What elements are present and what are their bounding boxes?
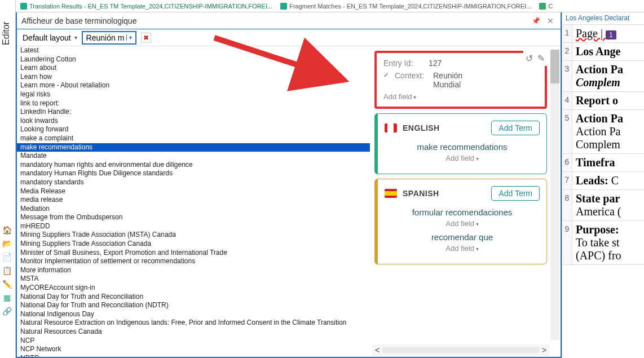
history-icon[interactable]: ↺ — [526, 53, 533, 64]
term-list-item[interactable]: legal risks — [17, 90, 370, 99]
search-input[interactable] — [20, 15, 528, 26]
term-english[interactable]: make recommendations — [385, 142, 540, 152]
context-value: Reunión Mundial — [433, 71, 484, 89]
search-row: 📌 ✕ — [17, 12, 561, 29]
term-list-item[interactable]: NDTR — [17, 354, 370, 357]
language-name: SPANISH — [403, 189, 439, 198]
add-term-button[interactable]: Add Term — [491, 186, 540, 201]
scroll-right-icon[interactable]: > — [539, 346, 549, 355]
segment-row[interactable]: 9Purpose:To take st(APC) fro — [562, 221, 644, 265]
document-panel: Los Angeles Declarat 1Page | 1 2Los Ange… — [562, 12, 644, 358]
term-spanish-1[interactable]: formular recomendaciones — [385, 207, 540, 217]
tab-icon — [280, 3, 287, 10]
term-list-item[interactable]: Latest — [17, 46, 370, 55]
top-tabs: Translation Results - EN_ES TM Template_… — [16, 0, 644, 12]
term-list[interactable]: LatestLaundering CottonLearn aboutLearn … — [17, 46, 370, 357]
term-list-item[interactable]: make a complaint — [17, 134, 370, 143]
segment-row[interactable]: 8State parAmerica ( — [562, 190, 644, 221]
tab-label: C — [548, 3, 553, 10]
term-list-item[interactable]: LinkedIn Handle: — [17, 108, 370, 117]
term-list-item[interactable]: mandatory standards — [17, 178, 370, 187]
horizontal-scrollbar[interactable]: < > — [372, 344, 549, 356]
entry-detail-pane: ↺ ✎ Entry Id: 127 ✓ Context: Reunión Mun… — [370, 46, 561, 357]
term-list-item[interactable]: media release — [17, 196, 370, 205]
segment-row[interactable]: 7Leads: C — [562, 172, 644, 190]
filter-box[interactable]: Reunión m▾ — [82, 31, 137, 45]
tab-label: Fragment Matches - EN_ES TM Template_202… — [289, 3, 531, 10]
segment-row[interactable]: 4Report o — [562, 92, 644, 110]
edit-icon[interactable]: ✎ — [537, 53, 545, 64]
entry-card: ↺ ✎ Entry Id: 127 ✓ Context: Reunión Mun… — [374, 51, 547, 109]
layout-row: Default layout Reunión m▾ ✖ — [17, 29, 561, 46]
entry-id-label: Entry Id: — [383, 59, 423, 68]
term-list-item[interactable]: Mining Suppliers Trade Association (MSTA… — [17, 231, 370, 240]
tab-fragment-matches[interactable]: Fragment Matches - EN_ES TM Template_202… — [277, 2, 535, 11]
term-list-item[interactable]: NCP — [17, 337, 370, 346]
vertical-scrollbar[interactable] — [550, 50, 559, 340]
add-field-link[interactable]: Add field — [385, 219, 540, 228]
term-list-item[interactable]: Monitor Implementation of settlement or … — [17, 257, 370, 266]
term-list-item[interactable]: mHREDD — [17, 222, 370, 231]
term-list-item[interactable]: Laundering Cotton — [17, 55, 370, 64]
context-label: Context: — [395, 71, 427, 89]
term-list-item[interactable]: Learn about — [17, 64, 370, 73]
term-list-item[interactable]: Natural Resource Extraction on Indigenou… — [17, 319, 370, 328]
term-list-item[interactable]: Natural Resources Canada — [17, 328, 370, 337]
term-list-item[interactable]: Learn how — [17, 73, 370, 82]
pencil-icon[interactable]: ✏️ — [2, 279, 12, 289]
term-list-item[interactable]: make recommendations — [17, 143, 370, 152]
term-list-item[interactable]: NCP Network — [17, 345, 370, 354]
term-list-item[interactable]: Mandate — [17, 152, 370, 161]
add-field-link[interactable]: Add field — [385, 244, 540, 253]
term-list-item[interactable]: mandatory human rights and environmental… — [17, 161, 370, 170]
segment-row[interactable]: 3Action PaComplem — [562, 61, 644, 92]
link-icon[interactable]: 🔗 — [2, 306, 12, 316]
term-list-item[interactable]: Minister of Small Business, Export Promo… — [17, 249, 370, 258]
language-card-spanish: SPANISH Add Term formular recomendacione… — [374, 179, 547, 264]
term-list-item[interactable]: Mediation — [17, 205, 370, 214]
tab-concordance[interactable]: C — [536, 2, 556, 11]
scroll-left-icon[interactable]: < — [372, 346, 382, 355]
term-list-item[interactable]: MSTA — [17, 275, 370, 284]
term-list-item[interactable]: Looking forward — [17, 125, 370, 134]
term-list-item[interactable]: National Day for Truth and Reconciliatio… — [17, 293, 370, 302]
term-list-item[interactable]: National Day for Truth and Reconciliatio… — [17, 301, 370, 310]
term-list-item[interactable]: look inwards — [17, 117, 370, 126]
add-term-button[interactable]: Add Term — [491, 121, 540, 135]
flag-spain-icon — [385, 189, 397, 198]
pin-icon[interactable]: 📌 — [528, 17, 544, 25]
document-icon[interactable]: 📄 — [2, 252, 12, 262]
termbase-viewer-panel: 📌 ✕ Default layout Reunión m▾ ✖ LatestLa… — [16, 12, 562, 358]
segment-row[interactable]: 5Action PaAction PaComplem — [562, 110, 644, 154]
folder-icon[interactable]: 📂 — [2, 238, 12, 249]
dropdown-icon[interactable]: ▾ — [126, 34, 132, 41]
term-list-item[interactable]: Mining Suppliers Trade Association Canad… — [17, 240, 370, 249]
check-icon: ✓ — [383, 71, 389, 89]
add-field-link[interactable]: Add field — [385, 154, 540, 162]
editor-label-text: Editor — [1, 21, 11, 45]
term-spanish-2[interactable]: recomendar que — [385, 232, 540, 242]
language-card-english: ENGLISH Add Term make recommendations Ad… — [374, 113, 547, 174]
term-list-item[interactable]: National Indigenous Day — [17, 310, 370, 319]
term-list-item[interactable]: More information — [17, 266, 370, 275]
term-list-item[interactable]: mandatory Human Rights Due Diligence sta… — [17, 169, 370, 178]
tab-translation-results[interactable]: Translation Results - EN_ES TM Template_… — [17, 2, 276, 11]
clear-filter-icon[interactable]: ✖ — [141, 33, 151, 43]
home-icon[interactable]: 🏠 — [2, 225, 12, 235]
term-list-item[interactable]: link to report: — [17, 99, 370, 108]
spreadsheet-icon[interactable]: ▦ — [2, 293, 12, 303]
tab-icon — [20, 3, 27, 10]
segment-row[interactable]: 1Page | 1 — [562, 25, 644, 43]
segment-row[interactable]: 2Los Ange — [562, 43, 644, 61]
add-field-link[interactable]: Add field — [383, 92, 538, 101]
clipboard-icon[interactable]: 📋 — [2, 266, 12, 276]
term-list-item[interactable]: MyCOREAccount sign-in — [17, 284, 370, 293]
segment-row[interactable]: 6Timefra — [562, 154, 644, 172]
document-header[interactable]: Los Angeles Declarat — [562, 12, 644, 25]
term-list-item[interactable]: Learn more - About retaliation — [17, 81, 370, 90]
term-list-item[interactable]: Media Release — [17, 187, 370, 196]
term-list-item[interactable]: Message from the Ombudsperson — [17, 213, 370, 222]
close-icon[interactable]: ✕ — [544, 16, 557, 25]
layout-dropdown[interactable]: Default layout — [20, 32, 80, 43]
left-toolbar: 🏠 📂 📄 📋 ✏️ ▦ 🔗 — [0, 223, 14, 316]
